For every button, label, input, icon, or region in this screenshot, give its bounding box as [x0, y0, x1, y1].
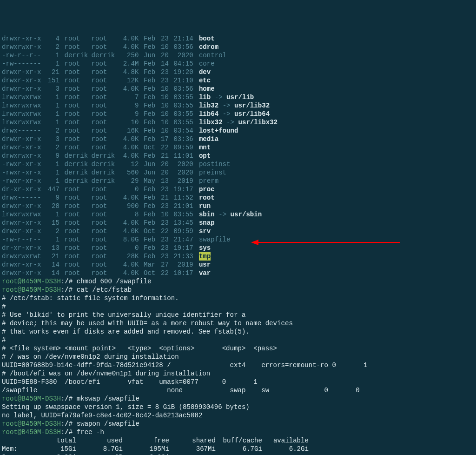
command-input: cat /etc/fstab	[77, 286, 132, 294]
size: 0	[118, 244, 139, 252]
size: 900	[118, 202, 139, 210]
ls-row: -rw-r--r--1 rootroot8.0G Feb23 21:47 swa…	[2, 235, 474, 244]
time: 2020	[173, 51, 195, 60]
ls-row: drwxr-xr-x4 rootroot4.0K Feb23 21:14 boo…	[2, 34, 474, 43]
time: 2020	[173, 168, 195, 177]
group: root	[91, 135, 118, 143]
file-name: etc	[199, 76, 211, 85]
time: 21:01	[173, 202, 195, 210]
prompt-path: /	[65, 428, 68, 436]
day: 10	[159, 110, 170, 118]
month: Feb	[144, 110, 159, 118]
ls-row: drwxr-xr-x3 rootroot4.0K Feb17 03:36 med…	[2, 135, 474, 143]
permissions: drwxrwxr-x	[2, 152, 43, 160]
owner: root	[64, 101, 91, 110]
ls-row: -rw-------1 rootroot2.4M Feb14 04:15 cor…	[2, 60, 474, 68]
time: 03:55	[173, 101, 195, 110]
ls-row: -rw-r--r--1 derrikderrik250 Jun20 2020 c…	[2, 51, 474, 60]
day: 20	[159, 160, 170, 168]
file-name: snap	[199, 219, 215, 227]
fstab-line: #	[2, 302, 474, 311]
permissions: drwxr-xr-x	[2, 261, 43, 269]
fstab-line: # device; this may be used with UUID= as…	[2, 319, 474, 328]
time: 03:55	[173, 118, 195, 127]
link-count: 1	[43, 118, 60, 127]
size: 12	[118, 160, 139, 168]
permissions: lrwxrwxrwx	[2, 118, 43, 127]
month: Feb	[144, 68, 159, 76]
size: 4.0K	[118, 194, 139, 202]
file-name: media	[199, 135, 218, 143]
owner: root	[64, 127, 91, 135]
free-col-header: buff/cache	[216, 436, 262, 445]
owner: root	[64, 118, 91, 127]
time: 03:54	[173, 127, 195, 135]
month: Feb	[144, 152, 159, 160]
group: root	[91, 101, 118, 110]
month: Oct	[144, 269, 159, 277]
group: root	[91, 110, 118, 118]
size: 2.4M	[118, 60, 139, 68]
permissions: lrwxrwxrwx	[2, 93, 43, 101]
size: 0	[118, 185, 139, 194]
free-col-header: free	[123, 436, 169, 445]
group: derrik	[91, 168, 118, 177]
group: derrik	[91, 51, 118, 60]
symlink-target: usr/libx32	[238, 118, 278, 127]
file-name: control	[199, 51, 226, 60]
file-name: lib	[199, 93, 211, 101]
group: root	[91, 143, 118, 152]
symlink-arrow: ->	[211, 93, 226, 101]
month: Feb	[144, 219, 159, 227]
size: 29	[118, 177, 139, 185]
free-swap-row: Swap:8.0Gi0B8.0Gi	[2, 453, 474, 455]
ls-row: drwx------9 rootroot4.0K Feb21 11:52 roo…	[2, 194, 474, 202]
ls-row: dr-xr-xr-x13 rootroot0 Feb23 19:17 sys	[2, 244, 474, 252]
group: root	[91, 252, 118, 261]
link-count: 1	[43, 60, 60, 68]
permissions: -rwxr-xr-x	[2, 168, 43, 177]
prompt-path: /	[65, 286, 68, 294]
month: Feb	[144, 118, 159, 127]
time: 03:55	[173, 93, 195, 101]
month: Feb	[144, 76, 159, 85]
free-mem-row: Mem:15Gi8.7Gi195Mi367Mi6.7Gi6.2Gi	[2, 445, 474, 453]
free-value: 8.0Gi	[123, 453, 169, 455]
terminal-output[interactable]: drwxr-xr-x4 rootroot4.0K Feb23 21:14 boo…	[2, 34, 474, 455]
day: 23	[159, 219, 170, 227]
ls-row: dr-xr-xr-x447 rootroot0 Feb23 19:17 proc	[2, 185, 474, 194]
owner: root	[64, 244, 91, 252]
size: 4.0K	[118, 135, 139, 143]
group: root	[91, 227, 118, 235]
owner: root	[64, 261, 91, 269]
fstab-line: # /boot/efi was on /dev/nvme0n1p1 during…	[2, 369, 474, 378]
permissions: drwxr-xr-x	[2, 269, 43, 277]
link-count: 21	[43, 68, 60, 76]
permissions: -rw-r--r--	[2, 51, 43, 60]
link-count: 9	[43, 194, 60, 202]
permissions: drwxr-xr-x	[2, 219, 43, 227]
month: Feb	[144, 135, 159, 143]
free-col-header: total	[30, 436, 76, 445]
free-col-header: used	[76, 436, 123, 445]
link-count: 21	[43, 252, 60, 261]
command-input: chmod 600 /swapfile	[77, 278, 152, 285]
command-input: mkswap /swapfile	[77, 395, 139, 402]
month: May	[144, 177, 159, 185]
prompt-path: /	[65, 395, 68, 402]
file-name: dev	[199, 68, 211, 76]
time: 03:56	[173, 43, 195, 51]
day: 10	[159, 93, 170, 101]
day: 10	[159, 101, 170, 110]
day: 10	[159, 210, 170, 219]
free-value: 6.7Gi	[216, 445, 262, 453]
free-header: totalusedfreesharedbuff/cacheavailable	[2, 436, 474, 445]
permissions: drwxrwxrwt	[2, 252, 43, 261]
ls-row: drwx------2 rootroot16K Feb10 03:54 lost…	[2, 127, 474, 135]
size: 4.0K	[118, 152, 139, 160]
group: root	[91, 93, 118, 101]
owner: root	[64, 143, 91, 152]
permissions: -rw-r--r--	[2, 235, 43, 244]
owner: root	[64, 110, 91, 118]
link-count: 1	[43, 168, 60, 177]
